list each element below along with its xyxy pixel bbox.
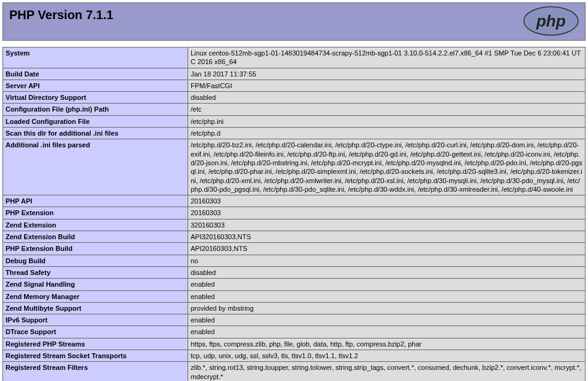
row-label: Virtual Directory Support [3,92,188,104]
table-row: DTrace Supportenabled [3,326,586,338]
table-row: Registered Stream Filterszlib.*, string.… [3,362,586,381]
row-value: enabled [188,290,586,302]
row-value: API20160303,NTS [188,243,586,255]
php-header: PHP Version 7.1.1 php [2,2,586,41]
row-label: PHP API [3,195,188,207]
row-label: Zend Extension Build [3,231,188,243]
row-value: zlib.*, string.rot13, string.toupper, st… [188,362,586,381]
table-row: Loaded Configuration File/etc/php.ini [3,115,586,127]
row-value: disabled [188,266,586,278]
row-value: /etc/php.d/20-bz2.ini, /etc/php.d/20-cal… [188,139,586,195]
table-row: Zend Extension320160303 [3,219,586,231]
row-value: enabled [188,314,586,326]
svg-text:php: php [536,12,566,30]
row-value: Linux centos-512mb-sgp1-01-1483019484734… [188,47,586,68]
row-label: DTrace Support [3,326,188,338]
row-label: Zend Signal Handling [3,279,188,290]
table-row: PHP Extension20160303 [3,207,586,219]
row-label: Zend Multibyte Support [3,302,188,314]
table-row: Additional .ini files parsed/etc/php.d/2… [3,139,586,195]
row-label: Zend Memory Manager [3,290,188,302]
table-row: Registered PHP Streamshttps, ftps, compr… [3,338,586,350]
php-version-title: PHP Version 7.1.1 [9,8,579,22]
row-value: /etc/php.ini [188,115,586,127]
row-label: PHP Extension [3,207,188,219]
table-row: Build DateJan 18 2017 11:37:55 [3,68,586,80]
row-label: PHP Extension Build [3,243,188,255]
row-value: tcp, udp, unix, udg, ssl, sslv3, tls, tl… [188,350,586,362]
row-value: provided by mbstring [188,302,586,314]
row-value: /etc [188,104,586,115]
table-row: Server APIFPM/FastCGI [3,80,586,91]
row-label: Loaded Configuration File [3,115,188,127]
table-row: Scan this dir for additional .ini files/… [3,128,586,139]
row-value: enabled [188,279,586,290]
php-logo-icon: php [523,6,579,37]
row-label: Registered Stream Filters [3,362,188,381]
row-label: Additional .ini files parsed [3,139,188,195]
row-value: enabled [188,326,586,338]
table-row: Debug Buildno [3,255,586,266]
table-row: Zend Signal Handlingenabled [3,279,586,290]
row-label: Configuration File (php.ini) Path [3,104,188,115]
table-row: Zend Memory Managerenabled [3,290,586,302]
row-label: Server API [3,80,188,91]
row-label: Registered PHP Streams [3,338,188,350]
row-value: FPM/FastCGI [188,80,586,91]
row-label: Zend Extension [3,219,188,231]
row-value: 20160303 [188,207,586,219]
phpinfo-table: SystemLinux centos-512mb-sgp1-01-1483019… [2,47,586,381]
table-row: Configuration File (php.ini) Path/etc [3,104,586,115]
row-label: Registered Stream Socket Transports [3,350,188,362]
row-label: Thread Safety [3,266,188,278]
row-label: System [3,47,188,68]
row-value: 20160303 [188,195,586,207]
row-value: Jan 18 2017 11:37:55 [188,68,586,80]
row-label: Build Date [3,68,188,80]
row-value: 320160303 [188,219,586,231]
table-row: IPv6 Supportenabled [3,314,586,326]
table-row: SystemLinux centos-512mb-sgp1-01-1483019… [3,47,586,68]
row-value: disabled [188,92,586,104]
row-label: Scan this dir for additional .ini files [3,128,188,139]
table-row: Zend Extension BuildAPI320160303,NTS [3,231,586,243]
table-row: PHP Extension BuildAPI20160303,NTS [3,243,586,255]
table-row: Zend Multibyte Supportprovided by mbstri… [3,302,586,314]
row-value: https, ftps, compress.zlib, php, file, g… [188,338,586,350]
row-value: no [188,255,586,266]
row-label: IPv6 Support [3,314,188,326]
row-label: Debug Build [3,255,188,266]
row-value: API320160303,NTS [188,231,586,243]
table-row: Thread Safetydisabled [3,266,586,278]
table-row: Registered Stream Socket Transportstcp, … [3,350,586,362]
row-value: /etc/php.d [188,128,586,139]
table-row: PHP API20160303 [3,195,586,207]
table-row: Virtual Directory Supportdisabled [3,92,586,104]
